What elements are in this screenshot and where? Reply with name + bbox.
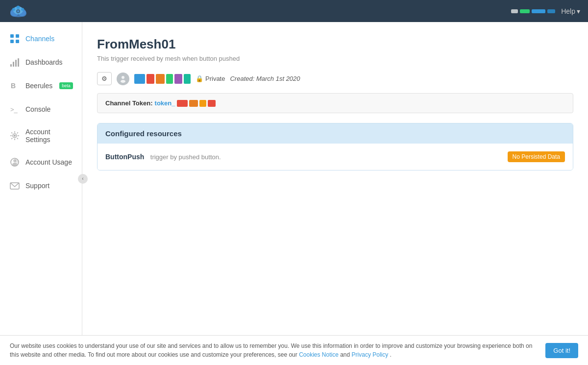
svg-line-25 (11, 132, 12, 133)
top-nav: Help ▾ (0, 0, 588, 22)
logo[interactable] (8, 3, 28, 19)
nav-dot-1 (511, 9, 518, 13)
sidebar-item-beerules[interactable]: B Beerules beta (0, 74, 82, 97)
svg-text:>_: >_ (10, 106, 18, 113)
channels-icon (10, 34, 20, 44)
svg-rect-16 (18, 58, 19, 67)
gear-icon: ⚙ (101, 75, 107, 82)
avatar (117, 73, 129, 85)
block-orange (156, 74, 165, 84)
main-content: FromMesh01 This trigger received by mesh… (82, 22, 588, 335)
beerules-icon: B (10, 81, 20, 91)
sidebar-item-console[interactable]: >_ Console (0, 97, 82, 121)
cookies-notice-link[interactable]: Cookies Notice (299, 351, 339, 358)
svg-line-26 (17, 138, 18, 139)
token-block-3 (199, 100, 206, 107)
page-title: FromMesh01 (97, 37, 573, 52)
sidebar-item-account-usage[interactable]: Account Usage (0, 150, 82, 174)
svg-rect-15 (15, 60, 17, 67)
cookie-period: . (390, 351, 392, 358)
configured-resources-section: Configured resources ButtonPush trigger … (97, 123, 573, 170)
sidebar-item-account-settings[interactable]: Account Settings (0, 121, 82, 150)
svg-rect-13 (10, 64, 12, 67)
cookie-text: Our website uses cookies to understand y… (10, 341, 538, 359)
token-value-blocks (177, 100, 216, 107)
sidebar-collapse-button[interactable]: ‹ (78, 174, 88, 184)
support-icon (10, 181, 20, 191)
resource-info: ButtonPush trigger by pushed button. (105, 152, 221, 161)
nav-dots (511, 9, 555, 13)
settings-button[interactable]: ⚙ (97, 72, 112, 85)
svg-rect-9 (10, 34, 14, 38)
svg-point-34 (121, 80, 125, 83)
beta-badge: beta (59, 82, 73, 89)
svg-text:B: B (11, 82, 16, 90)
created-text: Created: March 1st 2020 (230, 75, 300, 82)
svg-rect-11 (10, 40, 14, 43)
block-blue (134, 74, 145, 84)
user-blocks (134, 74, 191, 84)
svg-line-27 (17, 132, 18, 133)
svg-rect-10 (16, 34, 19, 38)
main-layout: ‹ Channels (0, 22, 588, 335)
block-teal (184, 74, 191, 84)
block-red (147, 74, 154, 84)
nav-right: Help ▾ (511, 7, 580, 15)
sidebar-item-support-label: Support (25, 182, 49, 190)
toolbar-row: ⚙ 🔒 Private Created: (97, 72, 573, 85)
nav-dot-4 (547, 9, 555, 13)
privacy-policy-link[interactable]: Privacy Policy (352, 351, 389, 358)
svg-point-8 (21, 8, 24, 11)
svg-rect-12 (16, 40, 19, 43)
resource-description: trigger by pushed button. (150, 153, 221, 161)
svg-point-20 (14, 135, 16, 137)
cookie-text-main: Our website uses cookies to understand y… (10, 342, 532, 358)
block-green (166, 74, 173, 84)
token-label: Channel Token: (105, 99, 153, 107)
console-icon: >_ (10, 104, 20, 114)
svg-line-28 (11, 138, 12, 139)
configured-resources-header: Configured resources (98, 123, 573, 144)
private-badge: 🔒 Private (196, 75, 225, 82)
token-row: Channel Token: token_ (97, 93, 573, 113)
account-usage-icon (10, 157, 20, 167)
svg-rect-14 (13, 62, 14, 67)
created-label: Created: March 1st 2020 (230, 75, 300, 82)
account-settings-icon (10, 131, 20, 141)
no-persisted-badge: No Persisted Data (508, 151, 565, 162)
svg-point-33 (122, 76, 124, 79)
sidebar: ‹ Channels (0, 22, 82, 335)
nav-dot-3 (532, 9, 545, 13)
configured-resources-body: ButtonPush trigger by pushed button. No … (98, 144, 573, 170)
help-button[interactable]: Help ▾ (561, 7, 580, 15)
got-it-button[interactable]: Got it! (545, 343, 578, 358)
sidebar-item-account-settings-label: Account Settings (25, 128, 72, 144)
resource-name: ButtonPush (105, 153, 144, 161)
nav-dot-2 (520, 9, 530, 13)
cookie-banner: Our website uses cookies to understand y… (0, 335, 588, 365)
sidebar-item-account-usage-label: Account Usage (25, 158, 72, 166)
svg-point-5 (17, 10, 19, 12)
chevron-left-icon: ‹ (82, 176, 83, 181)
token-value-prefix: token_ (155, 99, 175, 107)
sidebar-item-dashboards-label: Dashboards (25, 58, 63, 66)
sidebar-item-beerules-label: Beerules (25, 82, 52, 90)
token-block-4 (208, 100, 216, 107)
svg-point-6 (12, 8, 15, 11)
sidebar-item-dashboards[interactable]: Dashboards (0, 50, 82, 74)
lock-icon: 🔒 (196, 75, 203, 82)
token-block-1 (177, 100, 188, 107)
help-label: Help (561, 7, 575, 15)
sidebar-item-console-label: Console (25, 105, 50, 113)
token-block-2 (189, 100, 198, 107)
sidebar-item-channels-label: Channels (25, 35, 54, 43)
svg-point-7 (17, 5, 20, 9)
dashboards-icon (10, 57, 20, 67)
sidebar-item-support[interactable]: Support (0, 174, 82, 197)
page-subtitle: This trigger received by mesh when butto… (97, 55, 573, 62)
sidebar-item-channels[interactable]: Channels (0, 27, 82, 50)
chevron-down-icon: ▾ (577, 7, 580, 15)
private-label: Private (205, 75, 225, 82)
resource-row: ButtonPush trigger by pushed button. No … (105, 151, 565, 162)
block-purple (174, 74, 182, 84)
